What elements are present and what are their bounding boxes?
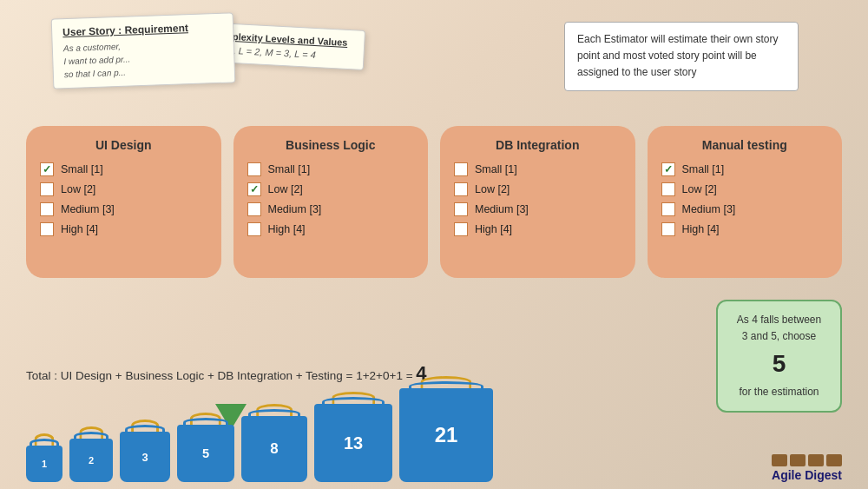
checkbox-item[interactable]: Small [1] xyxy=(40,162,207,176)
category-title-db-integration: DB Integration xyxy=(454,138,621,152)
category-title-business-logic: Business Logic xyxy=(247,138,415,152)
category-title-ui-design: UI Design xyxy=(40,138,207,152)
checkbox-item[interactable]: High [4] xyxy=(661,222,829,236)
agile-digest-label: Agile Digest xyxy=(772,468,842,482)
checkbox-item[interactable]: High [4] xyxy=(40,222,207,236)
checkbox-label: Medium [3] xyxy=(268,203,322,215)
checkbox-box[interactable] xyxy=(454,182,468,196)
agile-digest-section: Agile Digest xyxy=(772,454,842,482)
checkbox-box[interactable] xyxy=(40,202,54,216)
checkbox-label: Small [1] xyxy=(268,163,311,175)
checkbox-item[interactable]: Low [2] xyxy=(454,182,621,196)
bucket-container: 1 xyxy=(26,446,62,482)
checkbox-label: High [4] xyxy=(475,223,512,235)
info-text: Each Estimator will estimate their own s… xyxy=(577,33,778,78)
bucket: 5 xyxy=(177,425,234,482)
checkbox-box[interactable] xyxy=(454,202,468,216)
checkbox-item[interactable]: Small [1] xyxy=(661,162,829,176)
bucket: 3 xyxy=(120,432,170,482)
bucket-label: 13 xyxy=(344,433,363,453)
user-story-title: User Story : Requirement xyxy=(62,21,222,38)
checkbox-label: High [4] xyxy=(268,223,306,235)
bucket-label: 21 xyxy=(435,423,458,447)
agile-digest-icon-4 xyxy=(826,454,842,466)
checkbox-label: Small [1] xyxy=(61,163,103,175)
checkbox-label: Medium [3] xyxy=(475,203,529,215)
checkbox-item[interactable]: High [4] xyxy=(247,222,415,236)
categories-container: UI DesignSmall [1]Low [2]Medium [3]High … xyxy=(26,126,842,278)
agile-digest-icon-2 xyxy=(790,454,806,466)
buckets-row: 123581321 xyxy=(26,388,694,482)
checkbox-item[interactable]: High [4] xyxy=(454,222,621,236)
checkbox-box[interactable] xyxy=(454,162,468,176)
agile-digest-icons xyxy=(772,454,842,466)
total-formula: Total : UI Design + Business Logic + DB … xyxy=(26,369,427,382)
checkbox-item[interactable]: Low [2] xyxy=(40,182,207,196)
checkbox-item[interactable]: Low [2] xyxy=(661,182,829,196)
user-story-card: User Story : Requirement As a customer, … xyxy=(51,12,236,89)
info-box: Each Estimator will estimate their own s… xyxy=(564,22,799,91)
bucket: 1 xyxy=(26,446,62,482)
bucket-label: 8 xyxy=(270,440,278,458)
checkbox-box[interactable] xyxy=(661,202,675,216)
checkbox-box[interactable] xyxy=(661,182,675,196)
total-section: Total : UI Design + Business Logic + DB … xyxy=(26,362,660,385)
checkbox-label: Low [2] xyxy=(268,183,303,195)
category-card-manual-testing: Manual testingSmall [1]Low [2]Medium [3]… xyxy=(648,126,843,278)
checkbox-item[interactable]: Small [1] xyxy=(454,162,621,176)
checkbox-box[interactable] xyxy=(40,182,54,196)
bucket-label: 1 xyxy=(42,459,47,469)
bucket: 8 xyxy=(241,416,307,482)
checkbox-item[interactable]: Medium [3] xyxy=(454,202,621,216)
category-card-ui-design: UI DesignSmall [1]Low [2]Medium [3]High … xyxy=(26,126,221,278)
checkbox-label: Medium [3] xyxy=(61,203,115,215)
estimation-line2: 3 and 5, choose xyxy=(742,330,816,342)
estimation-line3: for the estimation xyxy=(739,386,819,398)
checkbox-box[interactable] xyxy=(40,162,54,176)
estimation-number: 5 xyxy=(732,345,826,384)
checkbox-box[interactable] xyxy=(661,222,675,236)
checkbox-box[interactable] xyxy=(247,202,261,216)
category-card-db-integration: DB IntegrationSmall [1]Low [2]Medium [3]… xyxy=(440,126,635,278)
estimation-line1: As 4 falls between xyxy=(737,314,821,326)
checkbox-box[interactable] xyxy=(247,222,261,236)
checkbox-box[interactable] xyxy=(661,162,675,176)
agile-digest-icon-3 xyxy=(808,454,824,466)
bucket-container: 5 xyxy=(177,425,234,482)
category-card-business-logic: Business LogicSmall [1]Low [2]Medium [3]… xyxy=(233,126,429,278)
bucket: 21 xyxy=(399,388,493,482)
checkbox-item[interactable]: Small [1] xyxy=(247,162,415,176)
bucket-container: 3 xyxy=(120,432,170,482)
bucket-container: 2 xyxy=(69,439,113,482)
checkbox-box[interactable] xyxy=(247,182,261,196)
checkbox-box[interactable] xyxy=(454,222,468,236)
checkbox-item[interactable]: Low [2] xyxy=(247,182,415,196)
agile-digest-icon-1 xyxy=(772,454,787,466)
checkbox-item[interactable]: Medium [3] xyxy=(247,202,415,216)
checkbox-box[interactable] xyxy=(247,162,261,176)
checkbox-label: Low [2] xyxy=(61,183,95,195)
bucket: 2 xyxy=(69,439,113,482)
checkbox-label: Small [1] xyxy=(682,163,725,175)
checkbox-label: Low [2] xyxy=(475,183,510,195)
bucket-container: 13 xyxy=(314,404,392,482)
checkbox-label: High [4] xyxy=(682,223,720,235)
bucket: 13 xyxy=(314,404,392,482)
checkbox-label: High [4] xyxy=(61,223,98,235)
checkbox-item[interactable]: Medium [3] xyxy=(40,202,207,216)
checkbox-box[interactable] xyxy=(40,222,54,236)
category-title-manual-testing: Manual testing xyxy=(661,138,829,152)
bucket-container: 21 xyxy=(399,388,493,482)
bucket-label: 5 xyxy=(202,446,209,460)
checkbox-label: Medium [3] xyxy=(682,203,736,215)
bucket-label: 3 xyxy=(141,451,148,464)
checkbox-label: Small [1] xyxy=(475,163,517,175)
checkbox-label: Low [2] xyxy=(682,183,717,195)
bucket-label: 2 xyxy=(89,455,94,466)
total-formula-text: Total : UI Design + Business Logic + DB … xyxy=(26,369,413,382)
estimation-box: As 4 falls between 3 and 5, choose 5 for… xyxy=(716,300,842,413)
checkbox-item[interactable]: Medium [3] xyxy=(661,202,829,216)
bucket-container: 8 xyxy=(241,416,307,482)
